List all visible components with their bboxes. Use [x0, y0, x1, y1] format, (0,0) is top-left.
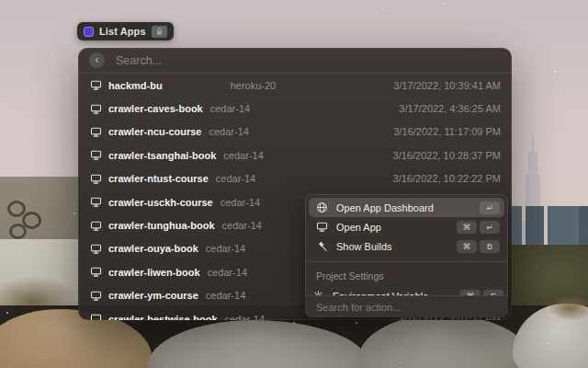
action-item[interactable]: Show Builds⌘B [309, 236, 504, 256]
app-stack: cedar-14 [222, 220, 262, 231]
search-input[interactable] [114, 53, 501, 68]
action-panel-items: Open App Dashboard↵Open App⌘↵Show Builds… [305, 194, 508, 256]
app-name: crawler-liwen-book [108, 267, 200, 278]
monitor-icon [90, 313, 102, 320]
extension-icon [84, 27, 94, 37]
app-timestamp: 3/17/2022, 10:39:41 AM [393, 80, 501, 91]
monitor-icon [90, 149, 102, 161]
action-search-field[interactable]: Search for action... [305, 295, 508, 317]
app-name: crawler-bestwise-book [108, 314, 218, 320]
keycap: ⌘ [457, 240, 477, 253]
lock-icon [152, 26, 167, 38]
app-timestamp: 3/16/2022, 10:22:22 PM [393, 173, 501, 184]
app-stack: cedar-14 [216, 173, 255, 184]
app-name: crawler-ntust-course [108, 173, 209, 184]
list-item[interactable]: crawler-ntust-coursecedar-143/16/2022, 1… [78, 167, 512, 190]
app-timestamp: 3/16/2022, 11:17:09 PM [393, 126, 501, 137]
app-name: crawler-ouya-book [108, 243, 198, 254]
monitor-icon [90, 290, 102, 302]
action-item-label: Show Builds [336, 241, 392, 252]
globe-icon [316, 201, 328, 213]
monitor-icon [90, 103, 102, 115]
app-stack: heroku-20 [231, 80, 277, 91]
app-name: crawler-ym-course [108, 290, 198, 301]
grass-tuft [549, 296, 588, 320]
app-name: crawler-usckh-course [108, 197, 213, 208]
keycap: ↵ [480, 221, 500, 234]
app-timestamp: 3/16/2022, 10:28:37 PM [393, 150, 501, 161]
app-stack: cedar-14 [209, 126, 248, 137]
app-name: crawler-ncu-course [108, 126, 201, 137]
app-timestamp: 3/17/2022, 4:36:25 AM [399, 103, 501, 114]
action-item-label: Open App [336, 222, 381, 233]
shortcut-keys: ⌘↵ [457, 221, 500, 234]
app-stack: cedar-14 [210, 103, 250, 114]
list-item[interactable]: crawler-ncu-coursecedar-143/16/2022, 11:… [78, 121, 512, 144]
action-item[interactable]: Open App⌘↵ [309, 217, 504, 236]
monitor-icon [90, 79, 102, 91]
graffiti [9, 224, 27, 239]
action-item-label: Open App Dashboard [336, 202, 434, 213]
command-badge-label: List Apps [99, 26, 146, 37]
keycap: ⌘ [457, 221, 477, 234]
action-panel: Open App Dashboard↵Open App⌘↵Show Builds… [305, 194, 508, 317]
list-item[interactable]: crawler-caves-bookcedar-143/17/2022, 4:3… [78, 97, 512, 120]
app-name: hackmd-bu [108, 80, 163, 91]
app-stack: cedar-14 [223, 150, 263, 161]
chevron-left-icon: ‹ [96, 54, 99, 65]
app-name: crawler-caves-book [108, 103, 203, 114]
monitor-icon [90, 126, 102, 138]
app-name: crawler-tsanghai-book [108, 150, 216, 161]
app-stack: cedar-14 [220, 197, 260, 208]
app-stack: cedar-14 [208, 267, 247, 278]
action-section-header: Project Settings [305, 262, 508, 286]
list-item[interactable]: crawler-tsanghai-bookcedar-143/16/2022, … [78, 144, 512, 167]
app-stack: cedar-14 [225, 314, 265, 320]
search-bar: ‹ [78, 48, 512, 74]
monitor-icon [90, 243, 102, 255]
action-item[interactable]: Open App Dashboard↵ [309, 198, 504, 217]
hammer-icon [316, 240, 328, 252]
monitor-icon [90, 196, 102, 208]
keycap: ↵ [480, 201, 500, 214]
back-button[interactable]: ‹ [89, 52, 105, 68]
action-search-placeholder: Search for action... [316, 302, 401, 313]
monitor-icon [90, 220, 102, 232]
list-item[interactable]: hackmd-buheroku-203/17/2022, 10:39:41 AM [78, 74, 512, 97]
keycap: B [480, 240, 500, 253]
monitor-icon [90, 173, 102, 185]
monitor-icon [90, 266, 102, 278]
command-badge[interactable]: List Apps [77, 22, 174, 40]
shortcut-keys: ⌘B [457, 240, 500, 253]
shortcut-keys: ↵ [480, 201, 500, 214]
app-stack: cedar-14 [206, 243, 245, 254]
monitor-icon [316, 221, 328, 233]
app-name: crawler-tunghua-book [108, 220, 215, 231]
raycast-window: ‹ hackmd-buheroku-203/17/2022, 10:39:41 … [78, 48, 512, 320]
app-stack: cedar-14 [206, 290, 245, 301]
